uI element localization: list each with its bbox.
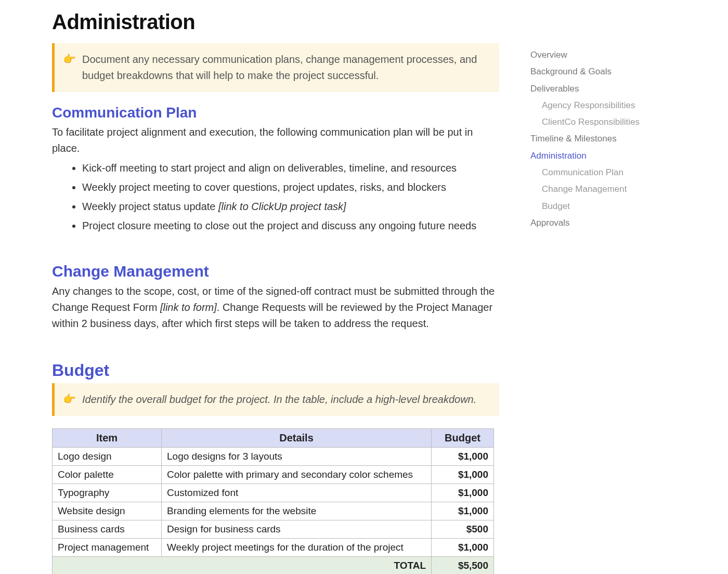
cell-item: Project management [53,539,162,557]
table-row: Logo designLogo designs for 3 layouts$1,… [53,448,494,466]
cell-item: Website design [53,502,162,520]
inline-link-placeholder[interactable]: [link to ClickUp project task] [218,201,346,212]
col-budget: Budget [432,429,494,448]
toc-item[interactable]: Communication Plan [530,164,676,181]
cell-details: Color palette with primary and secondary… [162,466,432,484]
cell-amount: $1,000 [432,466,494,484]
toc-item[interactable]: Timeline & Milestones [530,131,676,147]
table-row: Project managementWeekly project meeting… [53,539,494,557]
table-row: Color paletteColor palette with primary … [53,466,494,484]
cell-details: Branding elements for the website [162,502,432,520]
table-total-row: TOTAL $5,500 [53,557,494,575]
table-header-row: Item Details Budget [53,429,494,448]
col-details: Details [162,429,432,448]
cell-details: Logo designs for 3 layouts [162,448,432,466]
list-item: Project closure meeting to close out the… [82,218,499,233]
budget-table: Item Details Budget Logo designLogo desi… [52,428,494,574]
list-item: Weekly project meeting to cover question… [82,180,499,195]
heading-budget: Budget [52,361,499,380]
list-item-text: Weekly project status update [82,201,218,212]
toc-item[interactable]: Overview [530,47,676,63]
heading-change-management: Change Management [52,263,499,280]
callout-admin: 👉 Document any necessary communication p… [52,43,499,92]
toc-item[interactable]: ClientCo Responsibilities [530,114,676,131]
toc-item[interactable]: Deliverables [530,81,676,97]
point-right-icon: 👉 [63,51,76,66]
page-title: Administration [52,10,499,34]
heading-communication-plan: Communication Plan [52,105,499,121]
list-item: Weekly project status update [link to Cl… [82,199,499,214]
cell-amount: $1,000 [432,539,494,557]
cell-item: Logo design [53,448,162,466]
toc-item[interactable]: Background & Goals [530,63,676,80]
callout-budget: 👉 Identify the overall budget for the pr… [52,383,499,416]
inline-link-placeholder[interactable]: [link to form] [160,302,217,313]
cell-item: Business cards [53,520,162,539]
list-item: Kick-off meeting to start project and al… [82,161,499,176]
toc-item[interactable]: Administration [530,148,676,164]
toc-item[interactable]: Change Management [530,181,676,198]
table-of-contents: OverviewBackground & GoalsDeliverablesAg… [530,10,676,231]
document-main: Administration 👉 Document any necessary … [52,10,499,574]
point-right-icon: 👉 [63,392,76,406]
change-mgmt-text: Any changes to the scope, cost, or time … [52,283,499,332]
toc-item[interactable]: Approvals [530,215,676,231]
cell-amount: $1,000 [432,448,494,466]
cell-amount: $1,000 [432,502,494,520]
toc-item[interactable]: Budget [530,198,676,215]
total-amount: $5,500 [432,557,494,575]
toc-item[interactable]: Agency Responsibilities [530,97,676,114]
comm-plan-list: Kick-off meeting to start project and al… [52,161,499,233]
cell-item: Typography [53,484,162,502]
cell-amount: $500 [432,520,494,539]
callout-text: Document any necessary communication pla… [82,51,487,84]
total-label: TOTAL [53,557,432,575]
cell-details: Design for business cards [162,520,432,539]
callout-text: Identify the overall budget for the proj… [82,392,476,408]
comm-plan-intro: To facilitate project alignment and exec… [52,124,499,156]
cell-amount: $1,000 [432,484,494,502]
table-row: TypographyCustomized font$1,000 [53,484,494,502]
col-item: Item [53,429,162,448]
table-row: Business cardsDesign for business cards$… [53,520,494,539]
table-row: Website designBranding elements for the … [53,502,494,520]
cell-details: Weekly project meetings for the duration… [162,539,432,557]
cell-details: Customized font [162,484,432,502]
cell-item: Color palette [53,466,162,484]
